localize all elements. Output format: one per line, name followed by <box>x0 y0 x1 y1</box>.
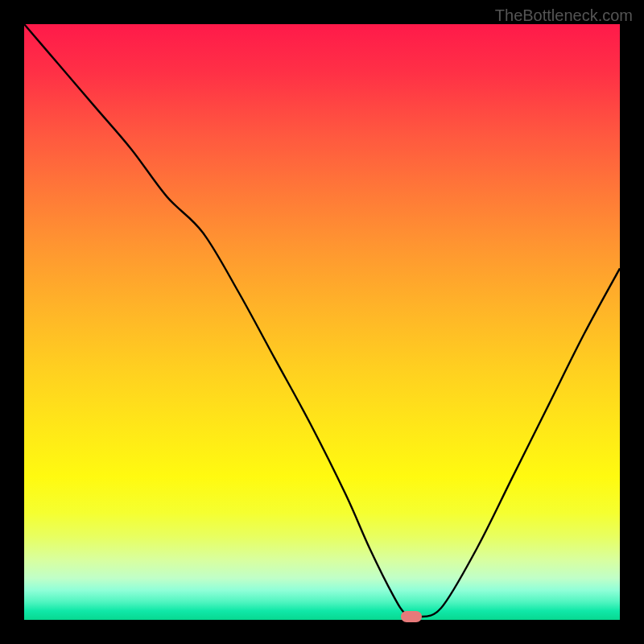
bottleneck-curve <box>24 24 620 620</box>
watermark-text: TheBottleneck.com <box>495 6 633 25</box>
chart-plot-area <box>24 24 620 620</box>
trough-marker <box>401 611 422 622</box>
